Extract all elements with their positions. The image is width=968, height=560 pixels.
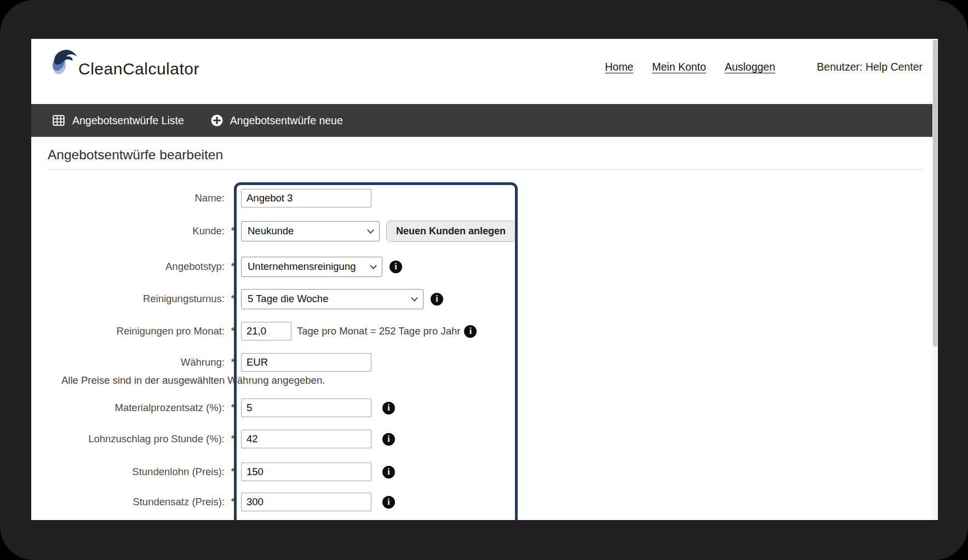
form-row-materialprozentsatz: Materialprozentsatz (%): * i <box>31 397 524 419</box>
info-icon-glyph: i <box>469 326 472 336</box>
page-title: Angebotsentwürfe bearbeiten <box>48 147 223 163</box>
form-row-waehrung: Währung: * <box>31 351 524 373</box>
header-nav: Home Mein Konto Ausloggen Benutzer: Help… <box>605 61 923 73</box>
info-icon-glyph: i <box>436 294 438 304</box>
info-icon-glyph: i <box>387 497 390 507</box>
waehrung-input[interactable] <box>241 353 371 372</box>
days-per-year-note: Tage pro Monat = 252 Tage pro Jahr <box>297 325 460 337</box>
reinigungsturnus-select-value: 5 Tage die Woche <box>248 293 328 305</box>
required-marker: * <box>225 226 241 236</box>
form-row-reinigungsturnus: Reinigungsturnus: * 5 Tage die Woche i <box>31 288 524 310</box>
field-label: Stundenlohn (Preis): <box>31 466 225 478</box>
info-icon-glyph: i <box>387 403 390 413</box>
reinigungsturnus-select[interactable]: 5 Tage die Woche <box>241 289 423 309</box>
field-label: Währung: <box>31 356 225 368</box>
kunde-select[interactable]: Neukunde <box>241 221 380 241</box>
info-icon[interactable]: i <box>431 293 443 305</box>
info-icon[interactable]: i <box>382 466 395 478</box>
stundensatz-input[interactable] <box>241 493 371 511</box>
required-marker: * <box>225 326 241 337</box>
kunde-select-value: Neukunde <box>248 225 294 237</box>
info-icon-glyph: i <box>394 262 397 272</box>
info-icon[interactable]: i <box>382 433 395 446</box>
browser-scrollbar[interactable] <box>932 39 938 520</box>
field-label: Kunde: <box>31 225 225 237</box>
required-marker: * <box>225 466 241 477</box>
angebotstyp-select-value: Unternehmensreinigung <box>248 261 356 273</box>
angebotstyp-select[interactable]: Unternehmensreinigung <box>241 257 382 277</box>
navbar-item-angebotsentwuerfe-neue[interactable]: Angebotsentwürfe neue <box>210 114 343 127</box>
navbar-item-label: Angebotsentwürfe neue <box>230 114 343 127</box>
section-navbar: Angebotsentwürfe Liste Angebotsentwürfe … <box>31 104 932 137</box>
logged-in-user-label: Benutzer: Help Center <box>817 61 923 73</box>
field-label: Lohnzuschlag pro Stunde (%): <box>31 433 225 445</box>
field-label: Stundensatz (Preis): <box>31 496 225 508</box>
required-marker: * <box>225 293 241 304</box>
form-row-name: Name: <box>31 187 524 209</box>
screenshot-frame: CleanCalculator Home Mein Konto Auslogge… <box>0 0 968 560</box>
chevron-down-icon <box>411 295 418 302</box>
form-row-kunde: Kunde: * Neukunde Neuen Kunden anlegen <box>31 220 524 242</box>
reinigungen-pro-monat-input[interactable] <box>241 322 291 340</box>
info-icon-glyph: i <box>387 434 390 444</box>
info-icon[interactable]: i <box>382 402 395 414</box>
title-divider <box>48 169 921 170</box>
site-header: CleanCalculator Home Mein Konto Auslogge… <box>31 39 932 104</box>
nav-link-mein-konto[interactable]: Mein Konto <box>652 61 706 73</box>
required-marker: * <box>225 497 241 507</box>
field-label: Reinigungsturnus: <box>31 293 225 305</box>
field-label: Angebotstyp: <box>31 261 225 273</box>
nav-link-home[interactable]: Home <box>605 61 633 73</box>
form-row-reinigungen-pro-monat: Reinigungen pro Monat: * Tage pro Monat … <box>31 320 524 342</box>
form-row-stundenlohn: Stundenlohn (Preis): * i <box>31 461 524 483</box>
browser-page: CleanCalculator Home Mein Konto Auslogge… <box>31 39 932 520</box>
form-row-stundensatz: Stundensatz (Preis): * i <box>31 491 524 513</box>
chevron-down-icon <box>367 227 374 234</box>
nav-link-ausloggen[interactable]: Ausloggen <box>725 61 775 73</box>
lohnzuschlag-input[interactable] <box>241 430 371 448</box>
field-label: Reinigungen pro Monat: <box>31 325 225 337</box>
neuen-kunden-anlegen-button[interactable]: Neuen Kunden anlegen <box>386 221 515 242</box>
table-icon <box>51 113 66 128</box>
required-marker: * <box>225 357 241 368</box>
info-icon[interactable]: i <box>464 325 477 338</box>
field-label: Name: <box>31 192 225 204</box>
field-label: Materialprozentsatz (%): <box>31 402 225 414</box>
info-icon-glyph: i <box>387 467 390 477</box>
chevron-down-icon <box>370 262 377 269</box>
name-input[interactable] <box>241 189 371 207</box>
brand-wave-logo-icon <box>51 47 78 76</box>
info-icon[interactable]: i <box>390 261 402 273</box>
required-marker: * <box>225 402 241 413</box>
required-marker: * <box>225 434 241 444</box>
currency-note: Alle Preise sind in der ausgewählten Wäh… <box>61 374 325 386</box>
materialprozentsatz-input[interactable] <box>241 399 371 417</box>
required-marker: * <box>225 261 241 272</box>
navbar-item-label: Angebotsentwürfe Liste <box>72 114 184 127</box>
plus-circle-icon <box>210 114 224 127</box>
navbar-item-angebotsentwuerfe-liste[interactable]: Angebotsentwürfe Liste <box>51 113 184 128</box>
info-icon[interactable]: i <box>382 496 395 509</box>
scrollbar-thumb[interactable] <box>933 40 937 347</box>
form-row-lohnzuschlag: Lohnzuschlag pro Stunde (%): * i <box>31 428 524 450</box>
stundenlohn-input[interactable] <box>241 463 371 481</box>
form-row-angebotstyp: Angebotstyp: * Unternehmensreinigung i <box>31 256 524 278</box>
brand-name: CleanCalculator <box>78 60 199 78</box>
